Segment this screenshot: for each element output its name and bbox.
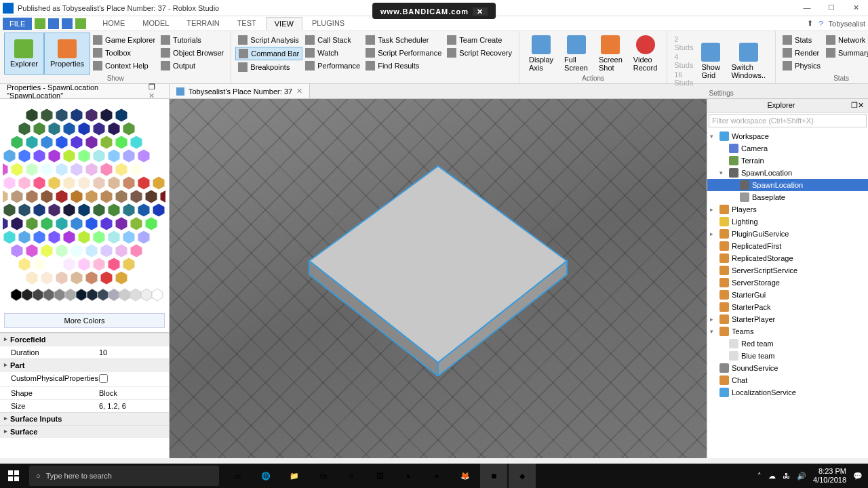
notifications-icon[interactable]: 💬: [853, 472, 863, 481]
app-icon[interactable]: ●: [423, 464, 450, 488]
breakpoints-button[interactable]: Breakpoints: [235, 61, 302, 73]
app-icon[interactable]: ●: [395, 464, 422, 488]
script-performance-button[interactable]: Script Performance: [363, 47, 444, 59]
edge-app[interactable]: e: [338, 464, 365, 488]
checkbox[interactable]: [99, 374, 108, 383]
tree-node-serverstorage[interactable]: ServerStorage: [707, 277, 868, 289]
tree-node-starterplayer[interactable]: ▸StarterPlayer: [707, 313, 868, 325]
tree-node-pluginguiservice[interactable]: ▸PluginGuiService: [707, 228, 868, 240]
color-picker[interactable]: More Colors: [0, 99, 169, 333]
tree-node-red-team[interactable]: Red team: [707, 338, 868, 350]
watch-button[interactable]: Watch: [302, 47, 363, 59]
property-row[interactable]: Size6, 1.2, 6: [0, 399, 169, 412]
studs-option[interactable]: 2 Studs: [674, 35, 693, 52]
find-results-button[interactable]: Find Results: [363, 60, 444, 72]
redo-icon[interactable]: [62, 18, 73, 29]
more-colors-button[interactable]: More Colors: [4, 313, 165, 328]
tree-node-baseplate[interactable]: Baseplate: [707, 191, 868, 203]
explorer-button[interactable]: Explorer: [4, 33, 44, 75]
full-screen-button[interactable]: Full Screen: [559, 33, 593, 75]
video-record-button[interactable]: Video Record: [628, 33, 663, 75]
minimize-button[interactable]: —: [797, 3, 816, 12]
display-axis-button[interactable]: Display Axis: [524, 33, 559, 75]
tree-node-spawnlocation[interactable]: ▾SpawnLocation: [707, 167, 868, 179]
tree-node-replicatedfirst[interactable]: ReplicatedFirst: [707, 240, 868, 252]
close-icon[interactable]: ✕: [858, 101, 864, 110]
property-row[interactable]: Duration10: [0, 346, 169, 359]
taskbar-search[interactable]: ○Type here to search: [29, 466, 219, 486]
property-category[interactable]: Surface Inputs: [0, 412, 169, 425]
help-icon[interactable]: ?: [818, 20, 823, 28]
toolbox-button[interactable]: Toolbox: [90, 47, 158, 59]
properties-tab[interactable]: Properties - SpawnLocation "SpawnLocatio…: [0, 84, 170, 98]
file-menu[interactable]: FILE: [3, 18, 32, 30]
tree-node-replicatedstorage[interactable]: ReplicatedStorage: [707, 252, 868, 264]
volume-icon[interactable]: 🔊: [797, 472, 806, 481]
property-row[interactable]: CustomPhysicalProperties: [0, 371, 169, 386]
context-help-button[interactable]: Context Help: [90, 60, 158, 72]
tree-node-players[interactable]: ▸Players: [707, 203, 868, 216]
firefox-app[interactable]: 🦊: [452, 464, 479, 488]
tab-home[interactable]: HOME: [94, 17, 133, 30]
tree-node-terrain[interactable]: Terrain: [707, 155, 868, 167]
tab-model[interactable]: MODEL: [134, 17, 177, 30]
property-category[interactable]: Surface: [0, 425, 169, 438]
tree-node-startergui[interactable]: StarterGui: [707, 289, 868, 301]
script-recovery-button[interactable]: Script Recovery: [444, 47, 515, 59]
tutorials-button[interactable]: Tutorials: [158, 34, 226, 46]
maximize-button[interactable]: ☐: [822, 3, 841, 12]
screen-shot-button[interactable]: Screen Shot: [593, 33, 628, 75]
photos-app[interactable]: 🖼: [366, 464, 393, 488]
tree-node-serverscriptservice[interactable]: ServerScriptService: [707, 264, 868, 277]
tray-chevron-icon[interactable]: ˄: [757, 472, 762, 481]
close-icon[interactable]: ✕: [296, 87, 302, 96]
play-icon[interactable]: [75, 18, 86, 29]
tab-plugins[interactable]: PLUGINS: [304, 17, 353, 30]
bandicam-app[interactable]: ⏺: [480, 464, 507, 488]
store-app[interactable]: 🛍: [309, 464, 336, 488]
show-grid-button[interactable]: Show Grid: [696, 33, 726, 89]
start-button[interactable]: [0, 464, 27, 488]
tree-node-spawnlocation[interactable]: SpawnLocation: [707, 179, 868, 191]
call-stack-button[interactable]: Call Stack: [302, 34, 363, 46]
tab-test[interactable]: TEST: [229, 17, 264, 30]
task-scheduler-button[interactable]: Task Scheduler: [363, 34, 444, 46]
command-bar-button[interactable]: Command Bar: [235, 47, 302, 60]
tree-node-starterpack[interactable]: StarterPack: [707, 301, 868, 313]
game-explorer-button[interactable]: Game Explorer: [90, 34, 158, 46]
file-explorer-app[interactable]: 📁: [281, 464, 308, 488]
render-button[interactable]: Render: [780, 47, 823, 59]
tree-node-camera[interactable]: Camera: [707, 142, 868, 155]
tab-terrain[interactable]: TERRAIN: [178, 17, 227, 30]
tree-node-workspace[interactable]: ▾Workspace: [707, 130, 868, 142]
upgrade-icon[interactable]: ⬆: [807, 19, 813, 28]
physics-button[interactable]: Physics: [780, 60, 823, 72]
property-category[interactable]: Part: [0, 359, 169, 371]
property-row[interactable]: ShapeBlock: [0, 386, 169, 399]
team-create-button[interactable]: Team Create: [444, 34, 515, 46]
popout-icon[interactable]: ❐: [149, 83, 155, 91]
close-button[interactable]: ✕: [846, 3, 865, 12]
stats-button[interactable]: Stats: [780, 34, 823, 46]
object-browser-button[interactable]: Object Browser: [158, 47, 226, 59]
task-view-button[interactable]: ▭: [224, 464, 251, 488]
place-tab[interactable]: Tobysealist's Place Number: 37 ✕: [170, 84, 310, 98]
save-icon[interactable]: [35, 18, 45, 29]
summary-button[interactable]: Summary: [823, 47, 868, 59]
tree-node-blue-team[interactable]: Blue team: [707, 350, 868, 362]
close-icon[interactable]: ✕: [149, 92, 155, 100]
taskbar-clock[interactable]: 8:23 PM4/10/2018: [813, 467, 846, 485]
tree-node-chat[interactable]: Chat: [707, 374, 868, 386]
roblox-studio-app[interactable]: ◆: [509, 464, 536, 488]
studs-option[interactable]: 4 Studs: [674, 53, 693, 69]
username[interactable]: Tobysealist: [829, 20, 865, 28]
tree-node-lighting[interactable]: Lighting: [707, 216, 868, 228]
network-icon[interactable]: 🖧: [783, 472, 790, 480]
3d-viewport[interactable]: [170, 99, 707, 458]
popout-icon[interactable]: ❐: [851, 101, 858, 110]
property-category[interactable]: Forcefield: [0, 333, 169, 346]
tab-view[interactable]: VIEW: [266, 17, 302, 30]
switch-windows-button[interactable]: Switch Windows..: [726, 33, 771, 89]
tree-node-teams[interactable]: ▾Teams: [707, 325, 868, 338]
network-button[interactable]: Network: [823, 34, 868, 46]
